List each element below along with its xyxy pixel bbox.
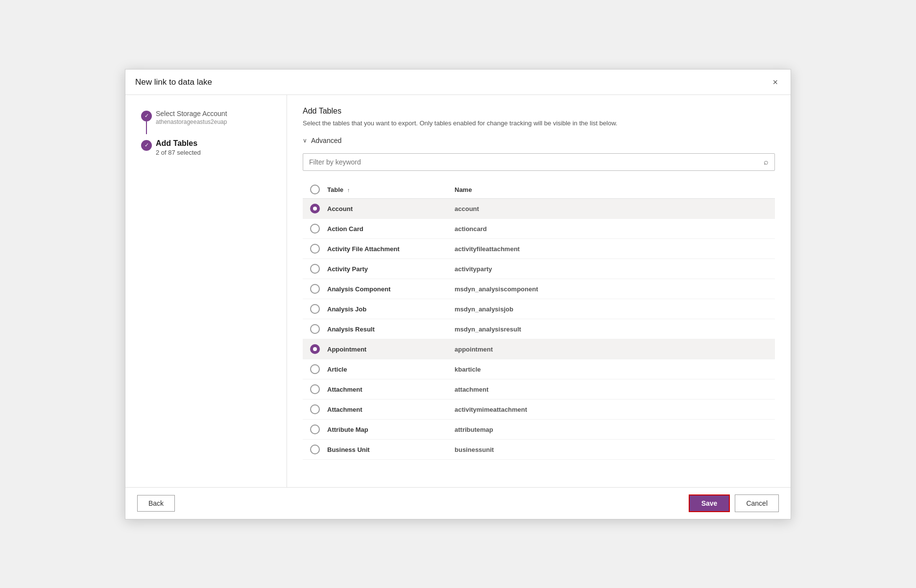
step-2-circle: ✓ (141, 140, 152, 151)
chevron-down-icon: ∨ (303, 137, 307, 144)
cell-name: msdyn_analysisresult (455, 326, 775, 333)
search-icon: ⌕ (758, 154, 774, 170)
cell-table-name: Attachment (327, 406, 455, 413)
cell-table-name: Attribute Map (327, 426, 455, 433)
close-button[interactable]: × (770, 76, 781, 89)
cell-table-name: Account (327, 205, 455, 212)
table-row: Attachmentattachment (303, 379, 775, 400)
filter-input[interactable] (303, 154, 758, 170)
header-checkbox-col (303, 185, 327, 194)
advanced-toggle[interactable]: ∨ Advanced (303, 137, 775, 144)
table-rows-container: AccountaccountAction CardactioncardActiv… (303, 199, 775, 460)
table-col-header: Table ↑ (327, 186, 455, 193)
cell-table-name: Analysis Job (327, 306, 455, 313)
step-2-check-icon: ✓ (145, 142, 149, 148)
cell-name: attributemap (455, 426, 775, 433)
cell-name: appointment (455, 346, 775, 353)
table-row: Analysis Jobmsdyn_analysisjob (303, 299, 775, 319)
cell-name: msdyn_analysisjob (455, 306, 775, 313)
row-radio-col (303, 224, 327, 234)
row-radio[interactable] (310, 304, 320, 314)
dialog-header: New link to data lake × (125, 70, 791, 95)
cell-table-name: Activity Party (327, 265, 455, 273)
row-radio[interactable] (310, 224, 320, 234)
row-radio-col (303, 324, 327, 334)
cell-name: msdyn_analysiscomponent (455, 285, 775, 293)
row-radio-col (303, 445, 327, 454)
row-radio[interactable] (310, 384, 320, 394)
row-radio[interactable] (310, 284, 320, 294)
row-radio-col (303, 424, 327, 434)
row-radio[interactable] (310, 244, 320, 254)
dialog: New link to data lake × ✓ Select Storage… (125, 69, 791, 519)
table-row: Activity File Attachmentactivityfileatta… (303, 239, 775, 259)
step-2-sublabel: 2 of 87 selected (156, 149, 277, 156)
cell-table-name: Appointment (327, 346, 455, 353)
cell-table-name: Analysis Component (327, 285, 455, 293)
table-row: Attachmentactivitymimeattachment (303, 400, 775, 420)
dialog-title: New link to data lake (135, 77, 212, 87)
cell-table-name: Analysis Result (327, 326, 455, 333)
table-row: Analysis Componentmsdyn_analysiscomponen… (303, 279, 775, 299)
sidebar: ✓ Select Storage Account athenastorageea… (125, 95, 287, 487)
advanced-label: Advanced (311, 137, 341, 144)
footer-right: Save Cancel (689, 494, 779, 512)
row-radio-col (303, 264, 327, 274)
cancel-button[interactable]: Cancel (735, 494, 779, 512)
cell-name: activityfileattachment (455, 245, 775, 253)
save-button[interactable]: Save (689, 494, 730, 512)
row-radio[interactable] (310, 324, 320, 334)
step-1-sublabel: athenastorageeastus2euap (156, 118, 277, 125)
sort-arrow-icon: ↑ (347, 187, 350, 193)
row-radio-col (303, 284, 327, 294)
table-row: Business Unitbusinessunit (303, 440, 775, 460)
cell-table-name: Business Unit (327, 446, 455, 453)
step-connector (146, 121, 147, 134)
table-row: Analysis Resultmsdyn_analysisresult (303, 319, 775, 339)
row-radio[interactable] (310, 424, 320, 434)
cell-name: businessunit (455, 446, 775, 453)
row-radio[interactable] (310, 364, 320, 374)
section-title: Add Tables (303, 107, 775, 116)
radio-inner-dot (313, 347, 317, 351)
name-col-header: Name (455, 186, 775, 193)
row-radio[interactable] (310, 264, 320, 274)
table-row: Articlekbarticle (303, 359, 775, 379)
table-row: Appointmentappointment (303, 339, 775, 359)
main-content: Add Tables Select the tables that you wa… (287, 95, 791, 487)
step-1-check-icon: ✓ (145, 113, 149, 119)
cell-name: activityparty (455, 265, 775, 273)
step-2: ✓ Add Tables 2 of 87 selected (141, 139, 277, 156)
table-row: Accountaccount (303, 199, 775, 219)
cell-table-name: Attachment (327, 386, 455, 393)
row-radio-col (303, 404, 327, 414)
dialog-footer: Back Save Cancel (125, 487, 791, 519)
row-radio-col (303, 384, 327, 394)
row-radio-col (303, 304, 327, 314)
main-scroll-area[interactable]: Add Tables Select the tables that you wa… (287, 95, 791, 487)
filter-row: ⌕ (303, 153, 775, 171)
table-header-row: Table ↑ Name (303, 181, 775, 199)
step-2-label: Add Tables (156, 139, 277, 148)
table-row: Action Cardactioncard (303, 219, 775, 239)
select-all-radio[interactable] (310, 185, 320, 194)
row-radio-col (303, 244, 327, 254)
dialog-body: ✓ Select Storage Account athenastorageea… (125, 95, 791, 487)
row-radio[interactable] (310, 204, 320, 213)
section-desc: Select the tables that you want to expor… (303, 118, 775, 128)
row-radio[interactable] (310, 404, 320, 414)
row-radio[interactable] (310, 344, 320, 354)
cell-table-name: Activity File Attachment (327, 245, 455, 253)
cell-name: activitymimeattachment (455, 406, 775, 413)
row-radio-col (303, 364, 327, 374)
radio-inner-dot (313, 207, 317, 211)
table-row: Attribute Mapattributemap (303, 420, 775, 440)
row-radio[interactable] (310, 445, 320, 454)
step-1-label: Select Storage Account (156, 110, 277, 118)
cell-name: actioncard (455, 225, 775, 233)
back-button[interactable]: Back (137, 495, 175, 512)
cell-table-name: Article (327, 366, 455, 373)
cell-name: kbarticle (455, 366, 775, 373)
step-1-circle: ✓ (141, 111, 152, 121)
cell-name: account (455, 205, 775, 212)
